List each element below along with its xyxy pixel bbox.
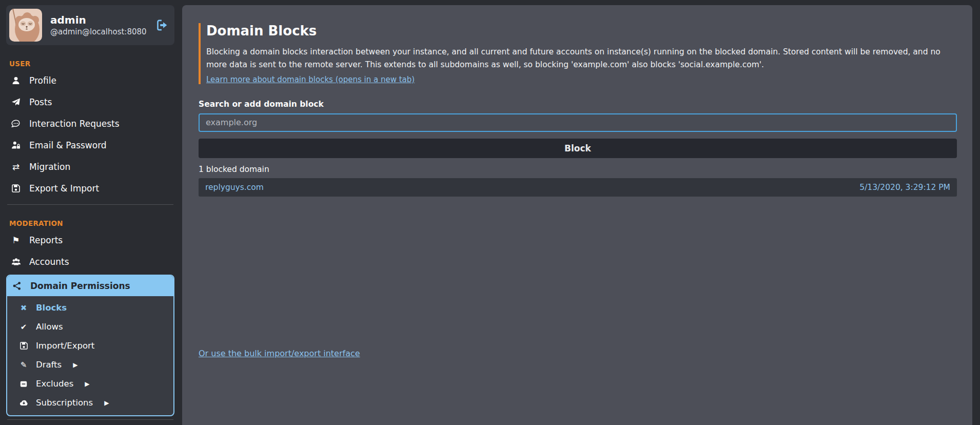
submenu-item-drafts[interactable]: ✎ Drafts ▶ — [7, 355, 173, 374]
sidebar-item-export-import[interactable]: Export & Import — [6, 178, 174, 199]
sidebar: admin @admin@localhost:8080 USER Profile… — [0, 0, 182, 425]
flag-icon: ⚑ — [10, 235, 22, 245]
sidebar-item-label: Migration — [29, 162, 70, 172]
username: admin — [50, 13, 147, 27]
bulk-import-export-link[interactable]: Or use the bulk import/export interface — [199, 349, 360, 358]
sidebar-item-label: Domain Permissions — [30, 281, 130, 291]
x-icon: ✖ — [18, 303, 29, 313]
share-nodes-icon — [11, 281, 23, 291]
floppy-disk-icon — [18, 341, 29, 350]
sidebar-item-reports[interactable]: ⚑ Reports — [6, 229, 174, 251]
floppy-disk-icon — [10, 184, 22, 193]
user-handle: @admin@localhost:8080 — [50, 27, 147, 37]
domain-search-input[interactable] — [199, 113, 957, 132]
section-header-moderation: MODERATION — [9, 219, 171, 227]
caret-right-icon: ▶ — [104, 399, 109, 407]
user-card[interactable]: admin @admin@localhost:8080 — [6, 5, 174, 45]
domain-permissions-group: Domain Permissions ✖ Blocks ✔ Allows Imp… — [6, 275, 174, 416]
caret-right-icon: ▶ — [85, 380, 89, 388]
sidebar-item-accounts[interactable]: Accounts — [6, 251, 174, 273]
users-icon — [10, 257, 22, 267]
sloth-avatar-illustration — [9, 9, 42, 42]
domain-permissions-submenu: ✖ Blocks ✔ Allows Import/Export ✎ Drafts… — [7, 296, 173, 415]
sidebar-item-label: Profile — [29, 75, 56, 86]
sidebar-item-profile[interactable]: Profile — [6, 70, 174, 91]
sidebar-item-label: Accounts — [29, 257, 69, 267]
user-icon — [10, 76, 22, 85]
sidebar-item-label: Export & Import — [29, 183, 99, 194]
blocked-domain-count: 1 blocked domain — [199, 165, 957, 174]
page-title: Domain Blocks — [206, 23, 957, 38]
exchange-arrows-icon: ⇄ — [10, 162, 22, 172]
submenu-item-import-export[interactable]: Import/Export — [7, 336, 173, 355]
minus-square-icon — [18, 380, 29, 388]
sidebar-divider — [7, 204, 173, 205]
sign-out-icon — [156, 19, 168, 31]
sidebar-divider — [7, 419, 173, 420]
sidebar-item-email-password[interactable]: Email & Password — [6, 134, 174, 156]
sidebar-item-domain-permissions[interactable]: Domain Permissions — [7, 276, 173, 296]
pencil-icon: ✎ — [18, 360, 29, 370]
sidebar-item-label: Posts — [29, 97, 52, 107]
sidebar-item-label: Email & Password — [29, 140, 107, 150]
main-content: Domain Blocks Blocking a domain blocks i… — [182, 5, 972, 425]
domain-block-form: Search or add domain block Block — [199, 100, 957, 158]
submenu-item-label: Blocks — [36, 303, 67, 313]
blocked-domain-row[interactable]: replyguys.com 5/13/2020, 3:29:12 PM — [199, 178, 957, 197]
avatar — [9, 9, 42, 42]
sidebar-item-interaction-requests[interactable]: Interaction Requests — [6, 113, 174, 134]
comment-dots-icon — [10, 119, 22, 128]
check-icon: ✔ — [18, 322, 29, 332]
submenu-item-label: Import/Export — [36, 341, 94, 351]
blocked-domain-date: 5/13/2020, 3:29:12 PM — [859, 183, 950, 192]
sidebar-item-migration[interactable]: ⇄ Migration — [6, 156, 174, 178]
submenu-item-allows[interactable]: ✔ Allows — [7, 317, 173, 336]
paper-plane-icon — [10, 98, 22, 107]
page-description: Blocking a domain blocks interaction bet… — [206, 46, 957, 71]
blocked-domain-name: replyguys.com — [205, 183, 264, 192]
submenu-item-label: Drafts — [36, 360, 62, 370]
sidebar-item-posts[interactable]: Posts — [6, 91, 174, 113]
user-info: admin @admin@localhost:8080 — [50, 13, 147, 37]
learn-more-link[interactable]: Learn more about domain blocks (opens in… — [206, 75, 415, 84]
caret-right-icon: ▶ — [73, 361, 77, 369]
submenu-item-label: Subscriptions — [36, 398, 93, 408]
search-label: Search or add domain block — [199, 100, 957, 109]
cloud-download-icon — [18, 398, 29, 407]
logout-button[interactable] — [155, 18, 169, 32]
page-header: Domain Blocks Blocking a domain blocks i… — [199, 23, 957, 84]
submenu-item-excludes[interactable]: Excludes ▶ — [7, 374, 173, 393]
block-button[interactable]: Block — [199, 139, 957, 158]
user-lock-icon — [10, 141, 22, 150]
submenu-item-label: Excludes — [36, 379, 73, 389]
submenu-item-label: Allows — [36, 322, 63, 332]
sidebar-item-label: Reports — [29, 235, 63, 245]
submenu-item-subscriptions[interactable]: Subscriptions ▶ — [7, 393, 173, 412]
sidebar-item-label: Interaction Requests — [29, 119, 120, 129]
submenu-item-blocks[interactable]: ✖ Blocks — [7, 298, 173, 317]
section-header-user: USER — [9, 60, 171, 68]
